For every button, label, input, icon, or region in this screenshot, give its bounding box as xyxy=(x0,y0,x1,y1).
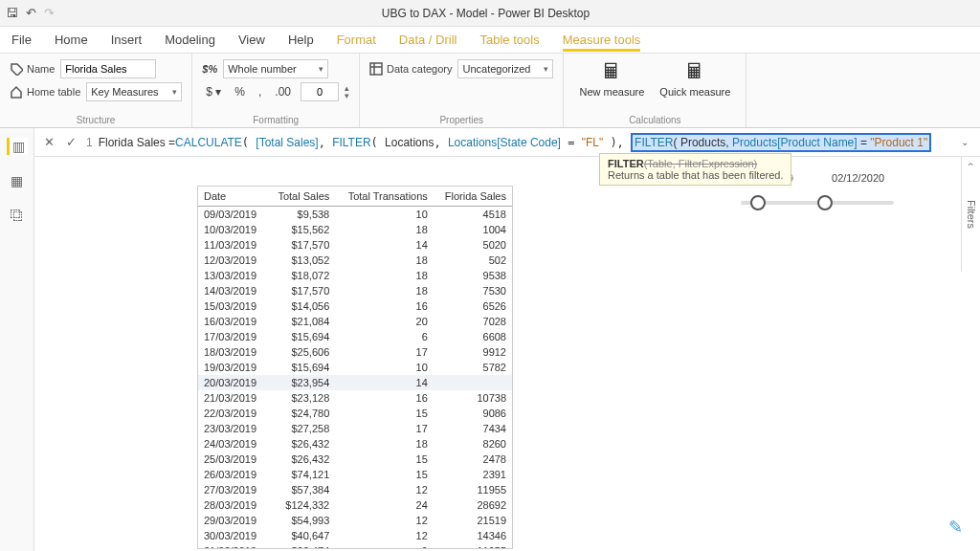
table-row[interactable]: 14/03/2019$17,570187530 xyxy=(198,283,512,298)
quick-measure-button[interactable]: 🖩 Quick measure xyxy=(654,59,736,98)
home-table-select[interactable]: Key Measures xyxy=(86,82,182,101)
tab-measure-tools[interactable]: Measure tools xyxy=(563,29,641,52)
format-icon: $% xyxy=(202,63,217,75)
data-table: DateTotal SalesTotal TransationsFlorida … xyxy=(198,187,512,549)
table-row[interactable]: 13/03/2019$18,072189538 xyxy=(198,268,512,283)
table-row[interactable]: 19/03/2019$15,694105782 xyxy=(198,360,512,375)
table-row[interactable]: 28/03/2019$124,3322428692 xyxy=(198,497,512,513)
data-view-icon[interactable]: ▦ xyxy=(7,172,28,189)
formula-expand-icon[interactable]: ⌄ xyxy=(957,137,972,147)
window-title: UBG to DAX - Model - Power BI Desktop xyxy=(55,7,917,20)
title-bar: 🖫 ↶ ↷ UBG to DAX - Model - Power BI Desk… xyxy=(0,0,980,27)
table-row[interactable]: 22/03/2019$24,780159086 xyxy=(198,406,512,421)
table-row[interactable]: 17/03/2019$15,69466608 xyxy=(198,329,512,344)
decimals-input[interactable] xyxy=(301,82,339,101)
table-row[interactable]: 30/03/2019$40,6471214346 xyxy=(198,528,512,543)
tab-home[interactable]: Home xyxy=(55,29,88,51)
tab-help[interactable]: Help xyxy=(288,29,314,51)
filters-pane-collapsed[interactable]: ‹ Filters xyxy=(961,157,980,272)
tab-view[interactable]: View xyxy=(238,29,265,51)
tab-data-drill[interactable]: Data / Drill xyxy=(399,29,457,51)
group-label-formatting: Formatting xyxy=(202,115,349,125)
table-row[interactable]: 21/03/2019$23,1281610738 xyxy=(198,390,512,406)
model-view-icon[interactable]: ⿻ xyxy=(7,207,28,224)
table-visual[interactable]: ▿ ⤢ ⋯ DateTotal SalesTotal TransationsFl… xyxy=(197,186,513,549)
slicer-thumb-start[interactable] xyxy=(750,195,766,210)
ribbon-group-structure: Name Home table Key Measures Structure xyxy=(0,54,192,127)
ribbon-group-properties: Data category Uncategorized Properties xyxy=(360,54,564,127)
report-canvas[interactable]: ▿ ⤢ ⋯ DateTotal SalesTotal TransationsFl… xyxy=(34,157,961,551)
table-row[interactable]: 24/03/2019$26,432188260 xyxy=(198,436,512,452)
thousands-button[interactable]: , xyxy=(255,83,265,100)
tab-file[interactable]: File xyxy=(11,29,32,51)
commit-formula-icon[interactable]: ✓ xyxy=(64,135,78,149)
tab-insert[interactable]: Insert xyxy=(111,29,143,51)
ribbon-tabs: File Home Insert Modeling View Help Form… xyxy=(0,27,980,54)
data-category-select[interactable]: Uncategorized xyxy=(457,59,553,78)
table-row[interactable]: 15/03/2019$14,056166526 xyxy=(198,298,512,314)
percent-button[interactable]: % xyxy=(231,83,249,100)
formula-bar: ✕ ✓ 1 Florida Sales = CALCULATE( [Total … xyxy=(34,128,980,157)
save-icon[interactable]: 🖫 xyxy=(6,6,18,20)
table-row[interactable]: 27/03/2019$57,3841211955 xyxy=(198,482,512,497)
format-select[interactable]: Whole number xyxy=(223,59,328,78)
cancel-formula-icon[interactable]: ✕ xyxy=(42,135,56,149)
ribbon: Name Home table Key Measures Structure $… xyxy=(0,54,980,128)
calculator-icon: 🖩 xyxy=(601,59,622,84)
category-icon xyxy=(369,62,383,76)
table-row[interactable]: 18/03/2019$25,606179912 xyxy=(198,344,512,360)
table-row[interactable]: 20/03/2019$23,95414 xyxy=(198,375,512,390)
group-label-properties: Properties xyxy=(369,115,553,125)
table-row[interactable]: 09/03/2019$9,538104518 xyxy=(198,207,512,223)
group-label-calculations: Calculations xyxy=(573,115,736,125)
svg-rect-0 xyxy=(370,63,382,75)
group-label-structure: Structure xyxy=(10,115,182,125)
decimals-icon[interactable]: .00 xyxy=(271,83,295,100)
filters-label: Filters xyxy=(966,200,977,229)
tag-icon xyxy=(10,62,23,76)
currency-button[interactable]: $ ▾ xyxy=(202,83,225,100)
measure-name-input[interactable] xyxy=(60,59,156,78)
report-view-icon[interactable]: ▥ xyxy=(7,138,28,155)
view-rail: ▥ ▦ ⿻ xyxy=(0,128,34,551)
chevron-left-icon[interactable]: ‹ xyxy=(966,163,976,165)
table-row[interactable]: 10/03/2019$15,562181004 xyxy=(198,222,512,237)
formula-input[interactable]: 1 Florida Sales = CALCULATE( [Total Sale… xyxy=(86,133,949,152)
spin-down-icon[interactable]: ▾ xyxy=(345,92,349,99)
slicer-end-date[interactable]: 02/12/2020 xyxy=(832,172,884,184)
new-measure-button[interactable]: 🖩 New measure xyxy=(573,59,650,98)
table-row[interactable]: 12/03/2019$13,05218502 xyxy=(198,253,512,268)
tab-format[interactable]: Format xyxy=(337,29,376,51)
tab-modeling[interactable]: Modeling xyxy=(165,29,215,51)
data-category-label: Data category xyxy=(369,62,452,76)
table-row[interactable]: 11/03/2019$17,570145020 xyxy=(198,237,512,253)
column-header[interactable]: Total Sales xyxy=(267,187,335,207)
home-table-label: Home table xyxy=(10,85,80,99)
column-header[interactable]: Date xyxy=(198,187,267,207)
table-row[interactable]: 29/03/2019$54,9931221519 xyxy=(198,513,512,528)
slicer-thumb-end[interactable] xyxy=(817,195,833,210)
table-row[interactable]: 26/03/2019$74,121152391 xyxy=(198,467,512,482)
table-row[interactable]: 16/03/2019$21,084207028 xyxy=(198,314,512,329)
tab-table-tools[interactable]: Table tools xyxy=(479,29,539,51)
table-row[interactable]: 23/03/2019$27,258177434 xyxy=(198,421,512,436)
column-header[interactable]: Total Transations xyxy=(335,187,434,207)
ribbon-group-formatting: $% Whole number $ ▾ % , .00 ▴▾ Formattin… xyxy=(192,54,360,127)
redo-icon[interactable]: ↷ xyxy=(44,6,55,20)
quick-measure-icon: 🖩 xyxy=(684,59,705,84)
name-label: Name xyxy=(10,62,55,76)
intellisense-tooltip: FILTER(Table, FilterExpression) Returns … xyxy=(599,153,791,186)
watermark-icon: ✎ xyxy=(948,517,963,538)
table-row[interactable]: 31/03/2019$33,474911955 xyxy=(198,543,512,549)
table-row[interactable]: 25/03/2019$26,432152478 xyxy=(198,452,512,467)
line-number: 1 xyxy=(86,136,93,149)
home-icon xyxy=(10,85,23,99)
undo-icon[interactable]: ↶ xyxy=(26,6,36,20)
column-header[interactable]: Florida Sales xyxy=(434,187,512,207)
ribbon-group-calculations: 🖩 New measure 🖩 Quick measure Calculatio… xyxy=(564,54,746,127)
